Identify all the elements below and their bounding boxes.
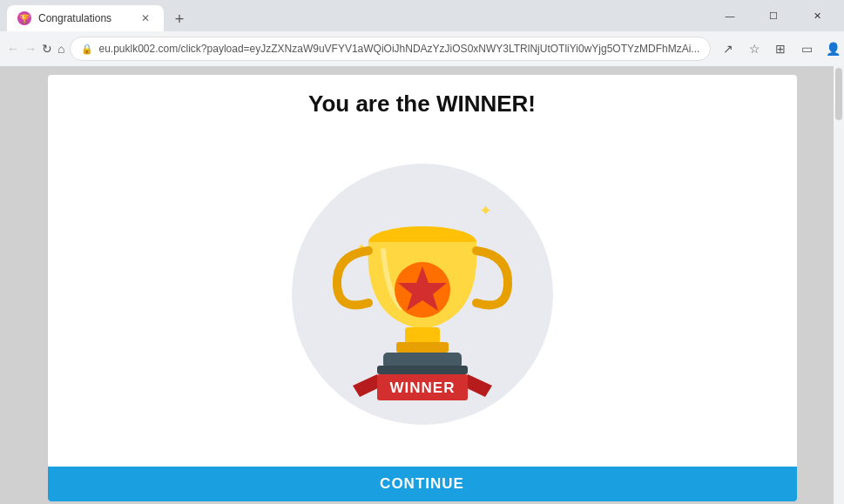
scrollbar-thumb[interactable] [835, 68, 842, 120]
share-button[interactable]: ↗ [716, 37, 740, 61]
lock-icon: 🔒 [81, 44, 93, 55]
trophy-illustration: ✦ ✦ ✦ [300, 164, 544, 425]
address-text: eu.puklk002.com/click?payload=eyJzZXNzaW… [98, 43, 699, 55]
scrollbar[interactable] [834, 66, 844, 504]
bookmark-button[interactable]: ☆ [742, 37, 766, 61]
home-button[interactable]: ⌂ [57, 37, 64, 61]
window-controls: — ☐ ✕ [710, 0, 837, 31]
svg-text:✦: ✦ [479, 202, 492, 219]
toolbar-actions: ↗ ☆ ⊞ ▭ 👤 ⋮ [716, 37, 844, 61]
title-bar: 🏆 Congratulations ✕ + — ☐ ✕ [0, 0, 844, 31]
trophy-area: ✦ ✦ ✦ [300, 121, 544, 467]
extensions-button[interactable]: ⊞ [768, 37, 793, 61]
forward-button[interactable]: → [24, 37, 37, 61]
cast-button[interactable]: ▭ [794, 37, 819, 61]
refresh-button[interactable]: ↻ [42, 37, 52, 61]
tab-label: Congratulations [38, 12, 131, 24]
svg-rect-7 [396, 342, 449, 353]
maximize-button[interactable]: ☐ [753, 0, 793, 31]
tab-close-button[interactable]: ✕ [138, 10, 153, 26]
profile-button[interactable]: 👤 [820, 37, 844, 61]
back-button[interactable]: ← [7, 37, 19, 61]
continue-button[interactable]: CONTINUE [48, 467, 797, 501]
svg-text:WINNER: WINNER [389, 380, 455, 396]
address-bar[interactable]: 🔒 eu.puklk002.com/click?payload=eyJzZXNz… [70, 37, 711, 61]
close-button[interactable]: ✕ [797, 0, 837, 31]
tab-favicon: 🏆 [17, 11, 31, 25]
minimize-button[interactable]: — [710, 0, 750, 31]
tab-bar: 🏆 Congratulations ✕ + [7, 0, 703, 31]
active-tab[interactable]: 🏆 Congratulations ✕ [7, 5, 164, 31]
new-tab-button[interactable]: + [167, 7, 192, 31]
trophy-svg: ✦ ✦ ✦ [300, 164, 544, 425]
address-bar-row: ← → ↻ ⌂ 🔒 eu.puklk002.com/click?payload=… [0, 31, 844, 66]
svg-rect-9 [377, 366, 468, 374]
browser-chrome: 🏆 Congratulations ✕ + — ☐ ✕ ← → ↻ ⌂ 🔒 eu… [0, 0, 844, 66]
page-title: You are the WINNER! [308, 91, 536, 118]
continue-label: CONTINUE [380, 475, 464, 493]
content-card: You are the WINNER! ✦ ✦ ✦ [48, 75, 797, 501]
page-content: You are the WINNER! ✦ ✦ ✦ [0, 66, 844, 504]
